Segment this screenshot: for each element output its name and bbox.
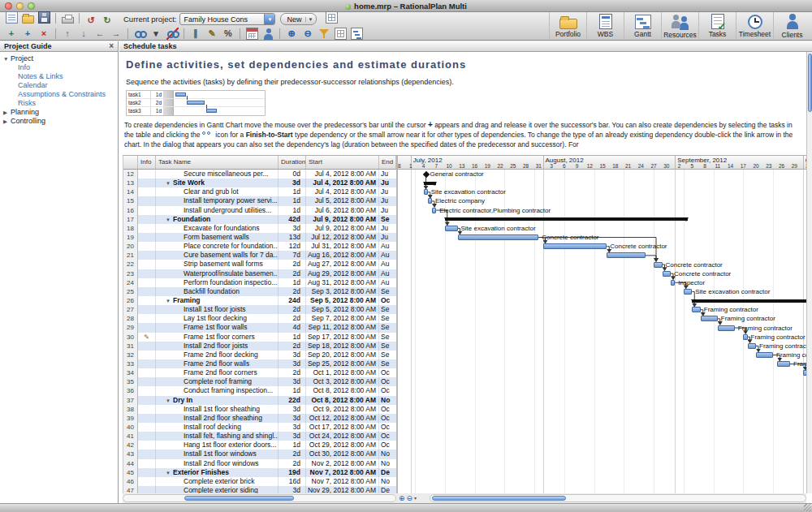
table-row[interactable]: 13▼Site Work3dJul 4, 2012 8:00 AMJu <box>123 179 396 187</box>
nav-timesheet-button[interactable]: Timesheet <box>736 12 773 40</box>
gantt-bar[interactable] <box>756 352 773 358</box>
table-row[interactable]: 32Frame 2nd floor decking3dSep 20, 2012 … <box>123 351 396 359</box>
gantt-zoom-in-icon[interactable]: ⊕ <box>399 493 405 503</box>
nav-portfolio-button[interactable]: Portfolio <box>549 12 586 40</box>
gantt-bar[interactable] <box>684 289 693 295</box>
zoom-out-button[interactable]: ⊖ <box>300 27 315 40</box>
collapse-icon[interactable]: ▼ <box>166 397 173 405</box>
nav-gantt-button[interactable]: Gantt <box>624 12 661 40</box>
gantt-bar[interactable] <box>663 271 672 277</box>
table-row[interactable]: 17▼Foundation42dJul 9, 2012 8:00 AMSe <box>123 215 396 224</box>
gantt-bar[interactable] <box>777 361 790 367</box>
table-row[interactable]: 43Install 1st floor windows2dOct 30, 201… <box>123 450 396 458</box>
gantt-bar[interactable] <box>701 316 718 321</box>
vertical-scrollbar-thumb[interactable] <box>808 54 812 112</box>
table-row[interactable]: 26▼Framing24dSep 5, 2012 8:00 AMOc <box>123 296 396 305</box>
collapse-icon[interactable]: ▼ <box>3 54 11 63</box>
column-header-info[interactable]: Info <box>138 156 156 169</box>
gantt-bar[interactable] <box>424 189 428 195</box>
table-row[interactable]: 45▼Exterior Finishes19dNov 7, 2012 8:00 … <box>123 468 396 477</box>
table-row[interactable]: 29Frame 1st floor walls4dSep 11, 2012 8:… <box>123 323 396 332</box>
table-row[interactable]: 41Install felt, flashing and shingl...3d… <box>123 432 396 441</box>
dependency-link[interactable] <box>432 201 434 207</box>
dependency-link[interactable] <box>748 337 750 342</box>
undo-button[interactable]: ↺ <box>84 15 98 28</box>
split-task-button[interactable]: ∥ <box>188 27 203 40</box>
table-row[interactable]: 14Clear and grub lot1dJul 4, 2012 8:00 A… <box>123 187 396 196</box>
dependency-link[interactable] <box>458 228 460 234</box>
sidebar-item-risks[interactable]: Risks <box>0 99 118 108</box>
add-subtask-button[interactable]: + <box>20 27 35 40</box>
dependency-link[interactable] <box>701 310 703 316</box>
new-project-button[interactable] <box>4 11 19 24</box>
sidebar-item-planning[interactable]: ▶Planning <box>0 108 118 117</box>
sidebar-item-calendar[interactable]: Calendar <box>0 81 118 90</box>
gantt-bar[interactable] <box>743 334 747 340</box>
table-row[interactable]: 30✎Frame 1st floor corners1dSep 17, 2012… <box>123 333 396 342</box>
close-icon[interactable]: × <box>109 41 114 51</box>
table-row[interactable]: 36Conduct framing inspection...1dOct 8, … <box>123 386 396 395</box>
task-notes-button[interactable]: ✎ <box>205 27 219 40</box>
dependency-link[interactable] <box>428 192 430 198</box>
save-project-button[interactable] <box>37 11 51 24</box>
summary-bar[interactable] <box>424 182 437 185</box>
table-row[interactable]: 35Complete roof framing3dOct 3, 2012 8:0… <box>123 377 396 386</box>
table-row[interactable]: 19Form basement walls13dJul 12, 2012 8:0… <box>123 233 396 242</box>
milestone-diamond[interactable] <box>422 170 429 177</box>
table-row[interactable]: 21Cure basement walls for 7 da...7dAug 1… <box>123 251 396 260</box>
gantt-bar[interactable] <box>432 208 436 213</box>
table-row[interactable]: 39Install 2nd floor sheathing3dOct 12, 2… <box>123 414 396 423</box>
table-row[interactable]: 24Perform foundation inspectio...1dAug 3… <box>123 278 396 287</box>
outdent-task-button[interactable]: ← <box>93 27 107 40</box>
open-project-button[interactable] <box>20 12 35 25</box>
dependency-link[interactable] <box>663 265 665 270</box>
table-row[interactable]: 15Install temporary power servi...1dJul … <box>123 196 396 205</box>
percent-complete-button[interactable]: % <box>221 27 235 40</box>
column-header-row-number[interactable] <box>123 156 138 169</box>
zoom-in-button[interactable]: ⊕ <box>284 27 299 40</box>
link-type-arrow-button[interactable]: ▾ <box>149 27 163 40</box>
table-row[interactable]: 38Install 1st floor sheathing3dOct 9, 20… <box>123 405 396 414</box>
table-row[interactable]: 31Install 2nd floor joists2dSep 18, 2012… <box>123 342 396 351</box>
sidebar-item-project[interactable]: ▼Project <box>0 54 118 63</box>
gantt-bar[interactable] <box>543 243 607 249</box>
print-button[interactable] <box>60 12 75 25</box>
link-finish-start-button[interactable] <box>132 27 147 40</box>
sidebar-item-info[interactable]: Info <box>0 63 118 72</box>
dependency-link[interactable] <box>718 319 720 325</box>
table-row[interactable]: 44Install 2nd floor windows2dNov 2, 2012… <box>123 459 396 468</box>
nav-tasks-button[interactable]: Tasks <box>698 12 736 40</box>
collapse-icon[interactable]: ▼ <box>166 179 173 187</box>
move-task-down-button[interactable]: ↓ <box>76 27 91 40</box>
table-horizontal-scrollbar[interactable] <box>123 494 396 502</box>
gantt-bar[interactable] <box>718 325 735 331</box>
new-button-arrow-icon[interactable]: ▼ <box>305 17 313 22</box>
nav-clients-button[interactable]: Clients <box>773 12 810 40</box>
summary-bar[interactable] <box>445 217 688 221</box>
collapse-icon[interactable]: ▼ <box>166 297 173 305</box>
table-horizontal-scrollbar-thumb[interactable] <box>184 496 294 501</box>
gantt-bar[interactable] <box>692 307 701 312</box>
gantt-zoom-out-icon[interactable]: ⊖ <box>407 493 413 503</box>
gantt-bar[interactable] <box>748 343 757 349</box>
gantt-bar[interactable] <box>458 234 539 240</box>
filter-button[interactable] <box>317 27 331 40</box>
vertical-scrollbar[interactable] <box>806 52 812 493</box>
delete-task-button[interactable]: × <box>37 27 51 40</box>
project-select[interactable]: Family House Cons ▼ <box>179 13 275 25</box>
gantt-horizontal-scrollbar-thumb[interactable] <box>432 496 566 501</box>
table-row[interactable]: 47Complete exterior siding3dNov 29, 2012… <box>123 486 396 493</box>
table-row[interactable]: 37▼Dry In22dOct 8, 2012 8:00 AMNo <box>123 396 396 405</box>
table-row[interactable]: 42Hang 1st floor exterior doors...1dOct … <box>123 441 396 450</box>
chart-options-button[interactable] <box>349 27 364 40</box>
table-row[interactable]: 25Backfill foundation2dSep 3, 2012 8:00 … <box>123 287 396 296</box>
chevron-down-icon[interactable]: ▼ <box>264 14 274 24</box>
summary-bar[interactable] <box>692 299 806 303</box>
table-row[interactable]: 34Frame 2nd floor corners2dOct 1, 2012 8… <box>123 368 396 377</box>
gantt-bar[interactable] <box>445 226 458 231</box>
calendar-button[interactable] <box>244 27 259 40</box>
sidebar-item-assumptions-constraints[interactable]: Assumptions & Constraints <box>0 90 118 99</box>
sidebar-item-controlling[interactable]: ▶Controlling <box>0 117 118 126</box>
dependency-link[interactable] <box>671 273 673 279</box>
project-details-button[interactable] <box>324 11 339 24</box>
